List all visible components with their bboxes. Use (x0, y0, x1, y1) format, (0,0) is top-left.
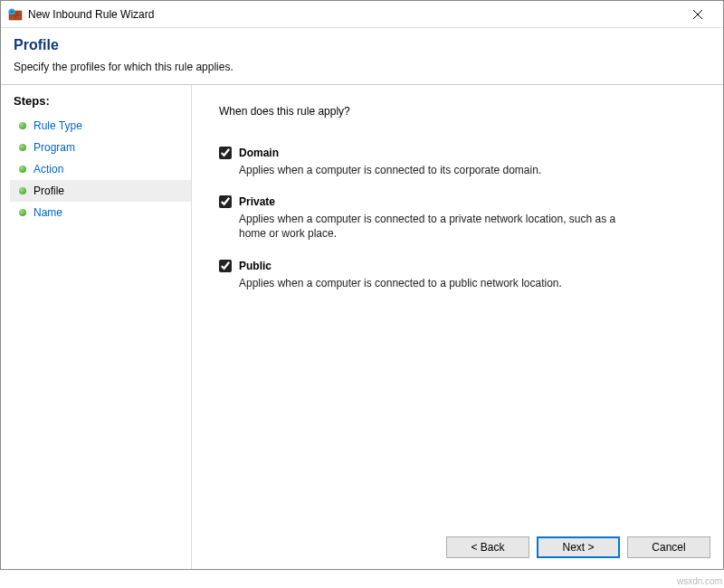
step-label: Profile (33, 185, 64, 197)
step-label: Rule Type (33, 119, 82, 132)
step-label: Action (33, 163, 63, 175)
step-program[interactable]: Program (10, 137, 191, 158)
firewall-icon (8, 7, 23, 22)
wizard-footer: < Back Next > Cancel (446, 536, 710, 558)
domain-checkbox[interactable] (219, 147, 232, 159)
close-icon (693, 10, 702, 19)
bullet-icon (19, 166, 26, 173)
back-button[interactable]: < Back (446, 536, 529, 558)
page-subtitle: Specify the profiles for which this rule… (14, 61, 710, 73)
steps-heading: Steps: (14, 94, 191, 108)
wizard-body: Steps: Rule Type Program Action Profile … (1, 85, 723, 569)
public-checkbox[interactable] (219, 260, 232, 272)
next-button[interactable]: Next > (537, 536, 620, 558)
content-pane: When does this rule apply? Domain Applie… (191, 85, 723, 569)
bullet-icon (19, 122, 26, 129)
step-label: Name (33, 206, 62, 219)
option-desc: Applies when a computer is connected to … (239, 163, 644, 177)
bullet-icon (19, 187, 26, 194)
step-action[interactable]: Action (10, 158, 191, 180)
option-public: Public Applies when a computer is connec… (219, 260, 644, 290)
close-button[interactable] (680, 2, 716, 27)
option-private-row[interactable]: Private (219, 195, 644, 208)
option-desc: Applies when a computer is connected to … (239, 276, 644, 290)
step-label: Program (33, 141, 75, 154)
option-desc: Applies when a computer is connected to … (239, 212, 644, 241)
content-prompt: When does this rule apply? (219, 105, 696, 118)
cancel-button[interactable]: Cancel (627, 536, 710, 558)
step-rule-type[interactable]: Rule Type (10, 115, 191, 137)
titlebar: New Inbound Rule Wizard (1, 1, 723, 28)
bullet-icon (19, 144, 26, 151)
window-title: New Inbound Rule Wizard (28, 8, 680, 21)
wizard-window: New Inbound Rule Wizard Profile Specify … (0, 0, 724, 570)
page-title: Profile (14, 37, 710, 53)
option-name: Public (239, 260, 272, 272)
option-private: Private Applies when a computer is conne… (219, 195, 644, 241)
option-name: Private (239, 195, 275, 208)
option-domain: Domain Applies when a computer is connec… (219, 147, 644, 177)
wizard-header: Profile Specify the profiles for which t… (1, 28, 723, 84)
option-domain-row[interactable]: Domain (219, 147, 644, 159)
option-public-row[interactable]: Public (219, 260, 644, 272)
steps-sidebar: Steps: Rule Type Program Action Profile … (1, 85, 191, 569)
option-name: Domain (239, 147, 279, 159)
private-checkbox[interactable] (219, 195, 232, 208)
step-name[interactable]: Name (10, 202, 191, 223)
step-profile[interactable]: Profile (10, 180, 191, 202)
bullet-icon (19, 209, 26, 216)
